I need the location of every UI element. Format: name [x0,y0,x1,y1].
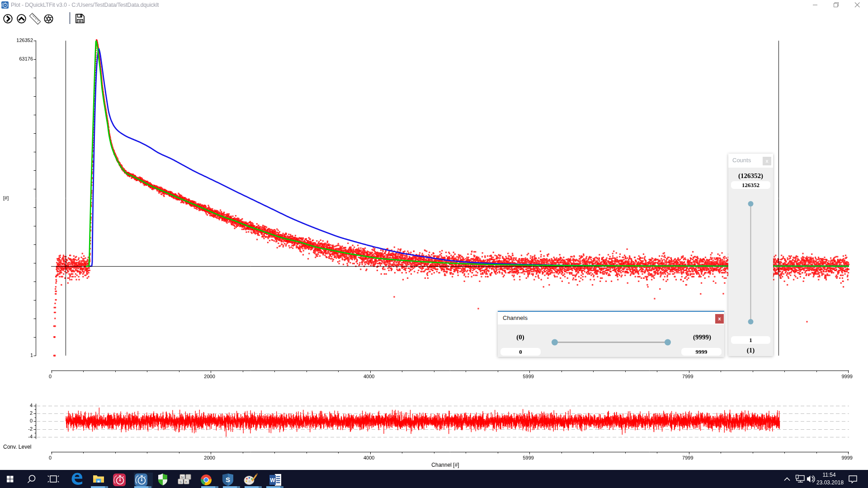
svg-text:S: S [226,476,230,483]
svg-text:S: S [179,480,182,484]
svg-text:K: K [185,480,188,484]
svg-text:W: W [270,477,275,483]
